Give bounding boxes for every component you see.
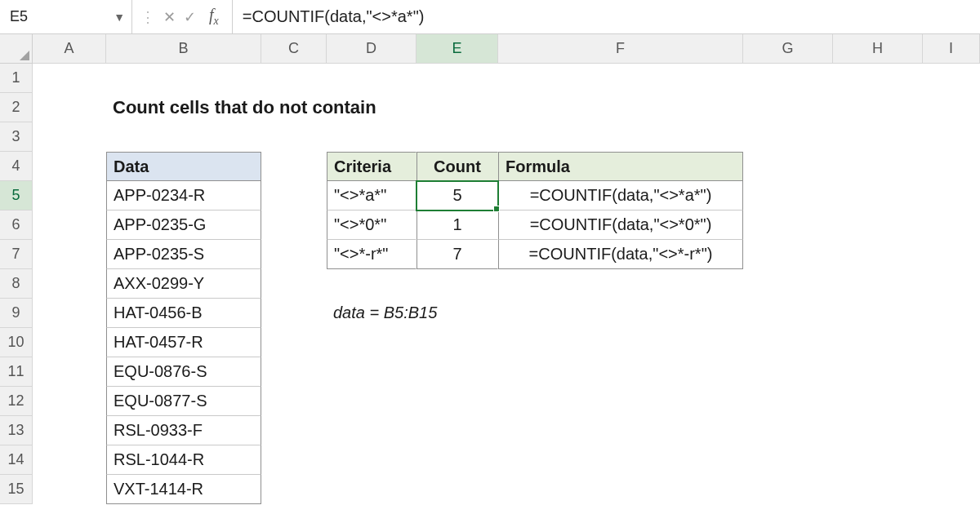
cell-B13[interactable]: RSL-0933-F	[106, 416, 261, 445]
cell-H2[interactable]	[833, 93, 923, 122]
cell-B11[interactable]: EQU-0876-S	[106, 357, 261, 387]
cell-D1[interactable]	[327, 64, 416, 93]
row-header-6[interactable]: 6	[0, 210, 33, 240]
chevron-down-icon[interactable]: ▼	[114, 11, 125, 24]
cell-D7[interactable]: "<>*-r*"	[327, 240, 416, 269]
cell-H9[interactable]	[833, 299, 923, 328]
cell-A12[interactable]	[33, 387, 106, 416]
cell-E8[interactable]	[416, 269, 498, 299]
cell-B1[interactable]	[106, 64, 261, 93]
col-header-F[interactable]: F	[498, 34, 743, 64]
col-header-B[interactable]: B	[106, 34, 261, 64]
cell-C2[interactable]	[261, 93, 327, 122]
cell-C8[interactable]	[261, 269, 327, 299]
cell-B12[interactable]: EQU-0877-S	[106, 387, 261, 416]
cell-G13[interactable]	[743, 416, 833, 445]
cell-G5[interactable]	[743, 181, 833, 210]
cell-A5[interactable]	[33, 181, 106, 210]
cell-G2[interactable]	[743, 93, 833, 122]
fx-icon[interactable]: fx	[204, 6, 224, 28]
row-header-2[interactable]: 2	[0, 93, 33, 122]
cell-G12[interactable]	[743, 387, 833, 416]
cell-C14[interactable]	[261, 445, 327, 475]
row-header-4[interactable]: 4	[0, 152, 33, 181]
row-header-5[interactable]: 5	[0, 181, 33, 210]
row-header-15[interactable]: 15	[0, 475, 33, 504]
cell-F13[interactable]	[498, 416, 743, 445]
cell-A10[interactable]	[33, 328, 106, 357]
cell-H10[interactable]	[833, 328, 923, 357]
cell-G1[interactable]	[743, 64, 833, 93]
cell-E5-selected[interactable]: 5	[416, 181, 498, 210]
cell-B7[interactable]: APP-0235-S	[106, 240, 261, 269]
cell-B3[interactable]	[106, 122, 261, 152]
cell-H13[interactable]	[833, 416, 923, 445]
cell-H12[interactable]	[833, 387, 923, 416]
cell-C1[interactable]	[261, 64, 327, 93]
col-header-C[interactable]: C	[261, 34, 327, 64]
cell-F1[interactable]	[498, 64, 743, 93]
cell-E7[interactable]: 7	[416, 240, 498, 269]
spreadsheet-grid[interactable]: A B C D E F G H I 1 2 Count cells that d…	[0, 34, 980, 504]
cell-I9[interactable]	[923, 299, 980, 328]
cell-I14[interactable]	[923, 445, 980, 475]
cell-H11[interactable]	[833, 357, 923, 387]
cell-H5[interactable]	[833, 181, 923, 210]
select-all-corner[interactable]	[0, 34, 33, 64]
cell-I15[interactable]	[923, 475, 980, 504]
cell-A3[interactable]	[33, 122, 106, 152]
cell-B14[interactable]: RSL-1044-R	[106, 445, 261, 475]
row-header-12[interactable]: 12	[0, 387, 33, 416]
cell-A9[interactable]	[33, 299, 106, 328]
cell-A4[interactable]	[33, 152, 106, 181]
cell-A13[interactable]	[33, 416, 106, 445]
cell-H15[interactable]	[833, 475, 923, 504]
row-header-14[interactable]: 14	[0, 445, 33, 475]
cell-I4[interactable]	[923, 152, 980, 181]
col-header-I[interactable]: I	[923, 34, 980, 64]
cell-D2[interactable]	[327, 93, 416, 122]
formula-input[interactable]: =COUNTIF(data,"<>*a*")	[233, 0, 980, 33]
cell-H8[interactable]	[833, 269, 923, 299]
cell-D3[interactable]	[327, 122, 416, 152]
cell-B15[interactable]: VXT-1414-R	[106, 475, 261, 504]
cell-H1[interactable]	[833, 64, 923, 93]
cell-I1[interactable]	[923, 64, 980, 93]
cell-F6[interactable]: =COUNTIF(data,"<>*0*")	[498, 210, 743, 240]
cell-I7[interactable]	[923, 240, 980, 269]
row-header-3[interactable]: 3	[0, 122, 33, 152]
cell-G14[interactable]	[743, 445, 833, 475]
cell-A7[interactable]	[33, 240, 106, 269]
cell-A15[interactable]	[33, 475, 106, 504]
cell-H3[interactable]	[833, 122, 923, 152]
cell-F7[interactable]: =COUNTIF(data,"<>*-r*")	[498, 240, 743, 269]
cell-D6[interactable]: "<>*0*"	[327, 210, 416, 240]
cell-C6[interactable]	[261, 210, 327, 240]
cell-D9-range-note[interactable]: data = B5:B15	[327, 299, 416, 328]
cancel-icon[interactable]: ✕	[163, 10, 176, 24]
cell-B4-data-header[interactable]: Data	[106, 152, 261, 181]
cell-E2[interactable]	[416, 93, 498, 122]
row-header-7[interactable]: 7	[0, 240, 33, 269]
cell-E3[interactable]	[416, 122, 498, 152]
col-header-D[interactable]: D	[327, 34, 416, 64]
cell-B8[interactable]: AXX-0299-Y	[106, 269, 261, 299]
cell-E15[interactable]	[416, 475, 498, 504]
cell-E9[interactable]	[416, 299, 498, 328]
row-header-13[interactable]: 13	[0, 416, 33, 445]
cell-B10[interactable]: HAT-0457-R	[106, 328, 261, 357]
cell-E1[interactable]	[416, 64, 498, 93]
cell-I8[interactable]	[923, 269, 980, 299]
cell-C3[interactable]	[261, 122, 327, 152]
cell-A14[interactable]	[33, 445, 106, 475]
cell-H7[interactable]	[833, 240, 923, 269]
cell-D15[interactable]	[327, 475, 416, 504]
cell-G3[interactable]	[743, 122, 833, 152]
cell-I11[interactable]	[923, 357, 980, 387]
cell-A1[interactable]	[33, 64, 106, 93]
row-header-1[interactable]: 1	[0, 64, 33, 93]
cell-F2[interactable]	[498, 93, 743, 122]
cell-A8[interactable]	[33, 269, 106, 299]
cell-B9[interactable]: HAT-0456-B	[106, 299, 261, 328]
cell-D11[interactable]	[327, 357, 416, 387]
